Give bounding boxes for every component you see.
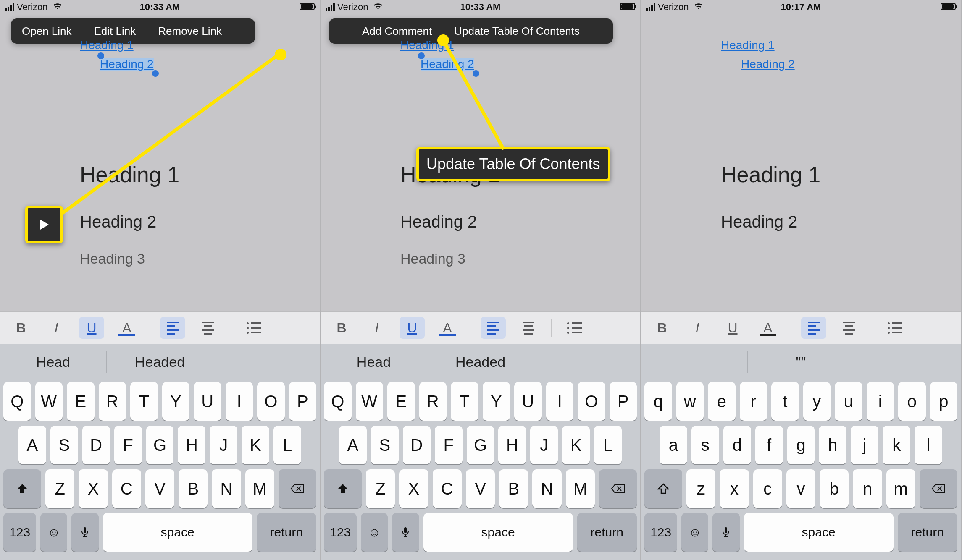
key-f[interactable]: F bbox=[435, 426, 463, 464]
emoji-key[interactable]: ☺ bbox=[681, 513, 708, 552]
heading-3[interactable]: Heading 3 bbox=[80, 251, 320, 267]
space-key[interactable]: space bbox=[744, 513, 894, 552]
key-o[interactable]: O bbox=[257, 382, 285, 421]
key-x[interactable]: X bbox=[79, 469, 108, 508]
key-m[interactable]: m bbox=[886, 469, 915, 508]
suggestion-1[interactable] bbox=[641, 351, 748, 373]
italic-button[interactable]: I bbox=[364, 317, 389, 339]
emoji-key[interactable]: ☺ bbox=[40, 513, 67, 552]
key-z[interactable]: z bbox=[686, 469, 715, 508]
heading-3[interactable]: Heading 3 bbox=[400, 251, 640, 267]
key-d[interactable]: D bbox=[403, 426, 431, 464]
key-x[interactable]: X bbox=[399, 469, 428, 508]
key-k[interactable]: k bbox=[883, 426, 910, 464]
key-v[interactable]: v bbox=[786, 469, 815, 508]
list-button[interactable] bbox=[882, 317, 907, 339]
underline-button[interactable]: U bbox=[79, 317, 104, 339]
key-q[interactable]: q bbox=[644, 382, 672, 421]
align-left-button[interactable] bbox=[160, 317, 185, 339]
selection-handle-start[interactable] bbox=[418, 52, 425, 59]
heading-2[interactable]: Heading 2 bbox=[400, 212, 640, 231]
key-d[interactable]: d bbox=[723, 426, 751, 464]
key-s[interactable]: S bbox=[50, 426, 78, 464]
key-b[interactable]: B bbox=[499, 469, 528, 508]
dictation-key[interactable] bbox=[71, 513, 98, 552]
key-z[interactable]: Z bbox=[45, 469, 74, 508]
key-h[interactable]: h bbox=[819, 426, 846, 464]
key-i[interactable]: I bbox=[226, 382, 253, 421]
key-m[interactable]: M bbox=[245, 469, 274, 508]
toc-link-2[interactable]: Heading 2 bbox=[100, 58, 154, 71]
backspace-key[interactable] bbox=[279, 469, 316, 508]
body-text[interactable]: Heading 1 Heading 2 Heading 3 bbox=[80, 162, 320, 267]
emoji-key[interactable]: ☺ bbox=[361, 513, 388, 552]
key-l[interactable]: L bbox=[273, 426, 301, 464]
toc-link-2[interactable]: Heading 2 bbox=[421, 58, 474, 71]
underline-button[interactable]: U bbox=[400, 317, 425, 339]
key-r[interactable]: r bbox=[740, 382, 767, 421]
align-center-button[interactable] bbox=[516, 317, 541, 339]
text-color-button[interactable]: A bbox=[755, 317, 781, 339]
suggestion-1[interactable]: Head bbox=[0, 351, 107, 373]
key-o[interactable]: O bbox=[578, 382, 605, 421]
backspace-key[interactable] bbox=[920, 469, 957, 508]
document-area[interactable]: Heading 1 Heading 2 Heading 1 Heading 2 bbox=[641, 14, 961, 231]
shift-key[interactable] bbox=[3, 469, 41, 508]
key-k[interactable]: K bbox=[242, 426, 269, 464]
key-t[interactable]: T bbox=[451, 382, 478, 421]
dictation-key[interactable] bbox=[712, 513, 739, 552]
key-x[interactable]: x bbox=[720, 469, 749, 508]
key-y[interactable]: Y bbox=[162, 382, 190, 421]
key-v[interactable]: V bbox=[466, 469, 495, 508]
key-w[interactable]: W bbox=[35, 382, 63, 421]
align-center-button[interactable] bbox=[836, 317, 862, 339]
selection-handle-end[interactable] bbox=[152, 70, 159, 77]
key-u[interactable]: u bbox=[835, 382, 862, 421]
key-i[interactable]: i bbox=[867, 382, 894, 421]
toc-link-2[interactable]: Heading 2 bbox=[741, 58, 795, 71]
list-button[interactable] bbox=[562, 317, 587, 339]
bold-button[interactable]: B bbox=[8, 317, 34, 339]
numeric-key[interactable]: 123 bbox=[644, 513, 677, 552]
toc-link-1[interactable]: Heading 1 bbox=[721, 39, 775, 52]
key-j[interactable]: J bbox=[530, 426, 558, 464]
dictation-key[interactable] bbox=[392, 513, 419, 552]
key-m[interactable]: M bbox=[566, 469, 595, 508]
align-center-button[interactable] bbox=[195, 317, 221, 339]
suggestion-2[interactable]: Headed bbox=[427, 351, 534, 373]
key-q[interactable]: Q bbox=[3, 382, 31, 421]
suggestion-2[interactable]: Headed bbox=[107, 351, 213, 373]
key-p[interactable]: P bbox=[289, 382, 317, 421]
key-a[interactable]: A bbox=[18, 426, 46, 464]
key-w[interactable]: w bbox=[676, 382, 704, 421]
text-color-button[interactable]: A bbox=[114, 317, 139, 339]
key-j[interactable]: j bbox=[851, 426, 878, 464]
key-c[interactable]: c bbox=[753, 469, 782, 508]
key-z[interactable]: Z bbox=[366, 469, 395, 508]
key-e[interactable]: E bbox=[387, 382, 415, 421]
key-n[interactable]: N bbox=[212, 469, 241, 508]
suggestion-3[interactable] bbox=[854, 351, 961, 373]
return-key[interactable]: return bbox=[898, 513, 957, 552]
suggestion-2[interactable]: "" bbox=[748, 351, 854, 373]
italic-button[interactable]: I bbox=[44, 317, 69, 339]
key-f[interactable]: F bbox=[114, 426, 142, 464]
key-c[interactable]: C bbox=[112, 469, 141, 508]
key-u[interactable]: U bbox=[514, 382, 542, 421]
return-key[interactable]: return bbox=[257, 513, 316, 552]
key-g[interactable]: G bbox=[146, 426, 174, 464]
key-e[interactable]: e bbox=[708, 382, 736, 421]
key-v[interactable]: V bbox=[145, 469, 174, 508]
key-t[interactable]: T bbox=[130, 382, 158, 421]
heading-2[interactable]: Heading 2 bbox=[80, 212, 320, 231]
key-p[interactable]: p bbox=[930, 382, 958, 421]
selection-handle-start[interactable] bbox=[97, 52, 104, 59]
selection-handle-end[interactable] bbox=[473, 70, 479, 77]
key-b[interactable]: B bbox=[179, 469, 208, 508]
numeric-key[interactable]: 123 bbox=[324, 513, 357, 552]
key-d[interactable]: D bbox=[82, 426, 110, 464]
heading-1[interactable]: Heading 1 bbox=[80, 162, 320, 187]
shift-key[interactable] bbox=[644, 469, 682, 508]
key-g[interactable]: g bbox=[787, 426, 815, 464]
shift-key[interactable] bbox=[324, 469, 362, 508]
